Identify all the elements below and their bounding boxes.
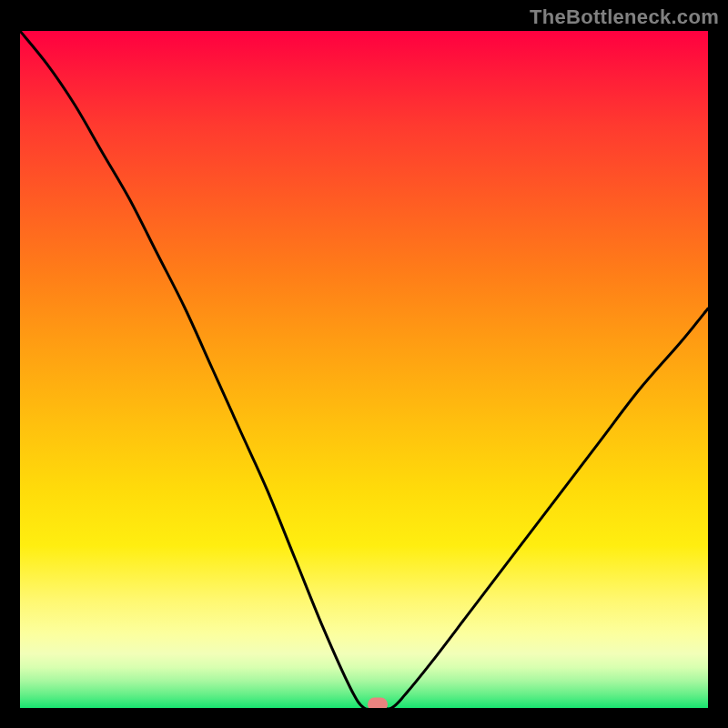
bottleneck-curve — [20, 31, 708, 708]
chart-container: TheBottleneck.com — [0, 0, 728, 728]
plot-area — [20, 31, 708, 708]
optimum-marker — [368, 698, 388, 709]
watermark-text: TheBottleneck.com — [530, 5, 719, 29]
